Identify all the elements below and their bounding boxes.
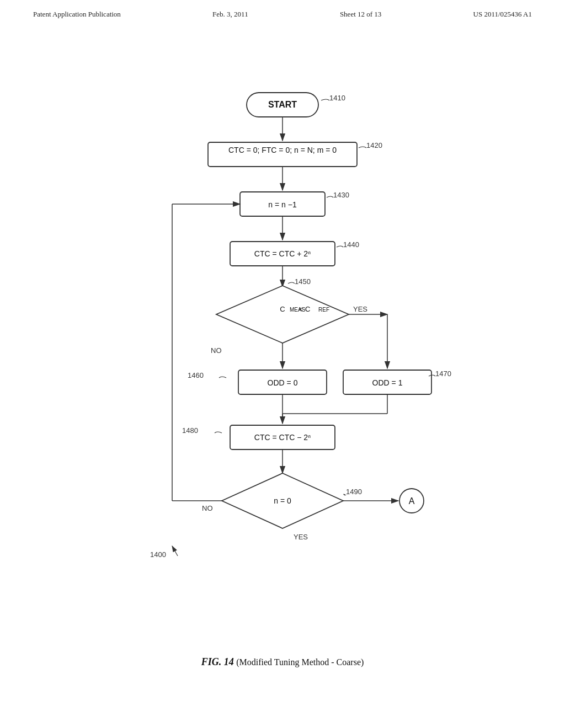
ref-1490: 1490 [346,488,362,496]
node-1440-label: CTC = CTC + 2ⁿ [254,249,311,258]
ref-1400-arrow [172,546,178,556]
node-1450-lt: < C [299,305,311,313]
node-1450-sub-ref: REF [318,307,329,313]
header-patent-number: US 2011/025436 A1 [473,10,532,19]
connector-A-label: A [409,496,415,506]
node-1490-label: n = 0 [274,496,291,505]
node-1430-label: n = n −1 [268,200,297,209]
caption-fig-label: FIG. 14 [201,656,234,667]
figure-area: START 1410 CTC = 0; FTC = 0; n = N; m = … [0,72,565,695]
node-1450-label: C [280,305,285,313]
label-yes-1450: YES [353,305,367,313]
header-sheet: Sheet 12 of 13 [340,10,381,19]
node-1420-label: CTC = 0; FTC = 0; n = N; m = 0 [228,146,337,154]
ref-1400: 1400 [150,550,166,559]
caption-description: (Modified Tuning Method - Coarse) [236,657,364,667]
page-header: Patent Application Publication Feb. 3, 2… [0,0,565,19]
label-no-1490: NO [202,504,213,512]
node-1450 [216,286,349,343]
ref-1410: 1410 [329,94,345,102]
figure-caption: FIG. 14 (Modified Tuning Method - Coarse… [201,656,364,668]
node-1480-label: CTC = CTC − 2ⁿ [254,433,311,442]
ref-1460: 1460 [188,371,204,379]
ref-1440: 1440 [343,240,359,249]
label-yes-1490: YES [294,533,308,541]
ref-1430: 1430 [333,191,349,199]
ref-1470: 1470 [435,370,451,378]
ref-1420: 1420 [366,141,382,149]
ref-label-1450: 1450 [295,277,311,286]
header-publication-type: Patent Application Publication [33,10,121,19]
ref-1480: 1480 [182,426,198,435]
node-1470-label: ODD = 1 [372,378,403,387]
header-date: Feb. 3, 2011 [212,10,248,19]
flowchart-svg: START 1410 CTC = 0; FTC = 0; n = N; m = … [106,72,459,651]
node-1460-label: ODD = 0 [268,378,298,387]
label-no-1450: NO [211,346,222,355]
node-1410-label: START [268,100,297,109]
